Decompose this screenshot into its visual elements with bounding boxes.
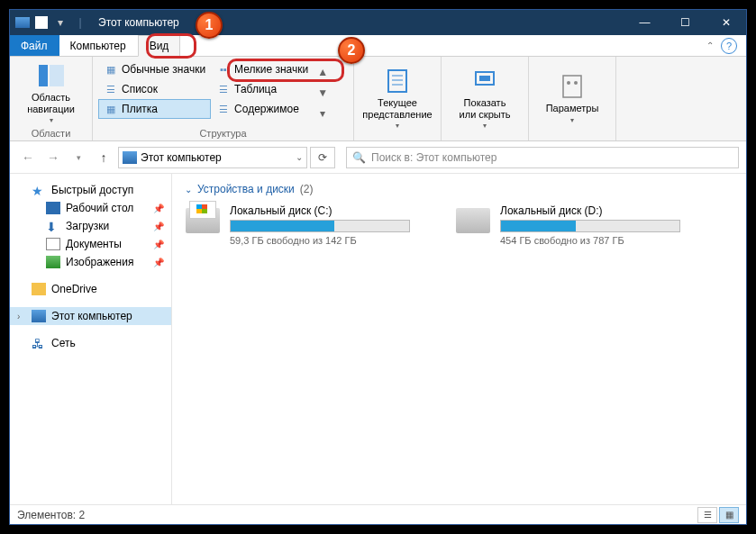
help-icon[interactable]: ? [721,38,737,54]
sidebar-onedrive[interactable]: OneDrive [10,280,171,298]
sidebar-documents[interactable]: Документы📌 [10,235,171,253]
tab-file[interactable]: Файл [10,35,59,56]
expand-icon[interactable]: › [17,312,20,321]
svg-rect-2 [388,70,406,92]
current-view-button[interactable]: Текущее представление [360,59,435,137]
gallery-up-icon[interactable]: ▲ [317,66,328,78]
sidebar-desktop[interactable]: Рабочий стол📌 [10,199,171,217]
this-pc-icon [123,151,137,164]
pin-icon: 📌 [153,204,164,213]
forward-button[interactable]: → [42,147,64,168]
sidebar-pictures[interactable]: Изображения📌 [10,253,171,271]
desktop-icon [46,202,60,214]
explorer-window: ▾ | Этот компьютер ― ☐ ✕ Файл Компьютер … [9,9,747,525]
view-icons-button[interactable]: ▦ [719,507,739,523]
gallery-down-icon[interactable]: ▼ [317,86,328,99]
usage-bar [230,220,410,232]
tab-view[interactable]: Вид [138,35,181,57]
maximize-button[interactable]: ☐ [665,10,706,35]
navigation-pane-button[interactable]: Область навигации [15,59,87,126]
ribbon: Область навигации Области ▦Обычные значк… [10,57,746,141]
layout-content[interactable]: ☰Содержимое [211,99,314,119]
address-dropdown-icon[interactable]: ⌄ [296,152,303,162]
search-input[interactable]: 🔍 Поиск в: Этот компьютер [346,147,739,168]
view-details-button[interactable]: ☰ [697,507,717,523]
system-drive-icon [186,208,220,233]
search-icon: 🔍 [352,151,366,164]
content-area: ⌄ Устройства и диски (2) Локальный диск … [172,174,746,504]
close-button[interactable]: ✕ [706,10,746,35]
show-hide-icon [470,67,499,95]
pc-icon [32,310,46,322]
drive-c[interactable]: Локальный диск (C:) 59,3 ГБ свободно из … [185,204,419,246]
status-item-count: Элементов: 2 [17,509,85,521]
svg-rect-1 [50,65,64,86]
sidebar-this-pc[interactable]: ›Этот компьютер [10,307,171,325]
sidebar-quick-access[interactable]: ★ Быстрый доступ [10,181,171,199]
refresh-button[interactable]: ⟳ [310,147,335,168]
ribbon-tabs: Файл Компьютер Вид ⌃ ? [10,35,746,57]
chevron-down-icon: ⌄ [185,185,192,195]
qat-separator: | [73,15,87,30]
sidebar-downloads[interactable]: ⬇Загрузки📌 [10,217,171,235]
drive-d[interactable]: Локальный диск (D:) 454 ГБ свободно из 7… [455,204,689,246]
qat-item-1[interactable] [35,16,48,29]
svg-point-10 [574,81,578,85]
tab-computer[interactable]: Компьютер [59,35,138,56]
qat-item-2[interactable]: ▾ [53,15,68,30]
pictures-icon [46,256,60,268]
download-icon: ⬇ [46,220,60,232]
usage-bar [500,220,680,232]
ribbon-collapse-icon[interactable]: ⌃ [706,41,714,50]
show-hide-button[interactable]: Показать или скрыть [447,59,523,137]
window-title: Этот компьютер [93,16,179,29]
layout-tiles[interactable]: ▦Плитка [98,99,211,119]
navigation-pane: ★ Быстрый доступ Рабочий стол📌 ⬇Загрузки… [10,174,172,504]
address-text: Этот компьютер [141,151,292,164]
svg-point-9 [567,81,570,85]
minimize-button[interactable]: ― [624,10,665,35]
drive-icon [456,208,490,233]
options-icon [558,72,587,101]
recent-locations-button[interactable]: ▾ [68,147,89,168]
pin-icon: 📌 [153,258,164,267]
up-button[interactable]: ↑ [93,147,114,168]
layout-medium-icons[interactable]: ▦Обычные значки [98,59,211,79]
options-button[interactable]: Параметры ▾ [534,59,610,137]
layout-list[interactable]: ☰Список [98,79,211,99]
star-icon: ★ [32,184,46,196]
layout-small-icons[interactable]: ▪▪Мелкие значки [211,59,314,79]
sidebar-network[interactable]: 🖧Сеть [10,334,171,352]
current-view-icon [383,67,412,95]
layout-gallery: ▦Обычные значки ▪▪Мелкие значки ☰Список … [98,59,314,126]
gallery-more-icon[interactable]: ▾ [320,107,325,120]
address-bar[interactable]: Этот компьютер ⌄ [118,147,307,168]
pin-icon: 📌 [153,240,164,249]
titlebar: ▾ | Этот компьютер ― ☐ ✕ [10,10,746,35]
section-header[interactable]: ⌄ Устройства и диски (2) [185,183,733,195]
body: ★ Быстрый доступ Рабочий стол📌 ⬇Загрузки… [10,174,746,504]
pin-icon: 📌 [153,222,164,231]
svg-rect-7 [479,76,490,81]
status-bar: Элементов: 2 ☰ ▦ [10,504,746,524]
document-icon [46,238,60,250]
svg-rect-0 [39,65,48,86]
search-placeholder: Поиск в: Этот компьютер [371,151,496,164]
back-button[interactable]: ← [17,147,39,168]
network-icon: 🖧 [32,337,46,349]
onedrive-icon [32,283,46,295]
system-menu-icon[interactable] [15,15,30,30]
address-bar-row: ← → ▾ ↑ Этот компьютер ⌄ ⟳ 🔍 Поиск в: Эт… [10,141,746,174]
svg-rect-8 [563,76,581,97]
layout-table[interactable]: ☰Таблица [211,79,314,99]
navigation-pane-icon [37,61,66,90]
